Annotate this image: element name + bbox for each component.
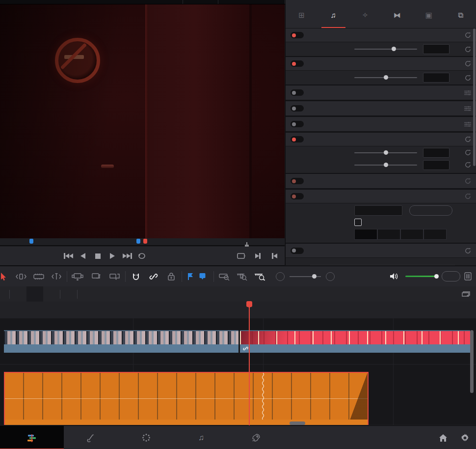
- timeline-playhead[interactable]: [249, 302, 250, 425]
- reset-icon[interactable]: [464, 193, 472, 200]
- stop-button[interactable]: [91, 250, 104, 262]
- video-clip[interactable]: [4, 330, 238, 353]
- marker-icon[interactable]: [197, 270, 208, 283]
- timeline-tab[interactable]: [10, 286, 26, 302]
- reset-icon[interactable]: [464, 74, 472, 82]
- tab-video[interactable]: ⊞: [286, 4, 317, 28]
- speaker-icon[interactable]: [387, 270, 401, 283]
- overwrite-clip-icon[interactable]: [89, 270, 104, 283]
- loop-range-icon[interactable]: [235, 250, 247, 262]
- pan-toggle[interactable]: [291, 60, 304, 67]
- equalizer-toggle[interactable]: [291, 248, 304, 254]
- tab-transition[interactable]: ⧓: [381, 4, 413, 28]
- link-clips-icon[interactable]: [146, 270, 161, 283]
- pitch-toggle[interactable]: [291, 136, 304, 142]
- reset-icon[interactable]: [464, 60, 472, 67]
- reset-icon[interactable]: [464, 31, 472, 39]
- version-1-button[interactable]: [354, 229, 377, 240]
- dim-button[interactable]: [442, 271, 460, 281]
- razor-edit-icon[interactable]: [31, 270, 46, 283]
- timeline-tab-active[interactable]: [26, 286, 43, 302]
- reset-icon[interactable]: [464, 161, 472, 168]
- tab-effects[interactable]: ✧: [349, 4, 381, 28]
- ai-dialogue-leveler-toggle[interactable]: [291, 105, 304, 112]
- semi-tones-value-field[interactable]: [423, 148, 450, 158]
- page-edit[interactable]: [0, 426, 64, 449]
- volume-value-field[interactable]: [423, 44, 450, 54]
- zoom-detail-icon[interactable]: [235, 270, 249, 283]
- mixer-icon[interactable]: [460, 270, 475, 283]
- timeline-tab[interactable]: [0, 286, 9, 302]
- jog-right-icon[interactable]: [28, 250, 41, 262]
- page-color[interactable]: [119, 426, 174, 449]
- prev-edit-icon[interactable]: [268, 250, 281, 262]
- tab-file[interactable]: ⧉: [445, 4, 476, 28]
- semi-tones-slider[interactable]: [354, 152, 417, 153]
- volume-toggle[interactable]: [291, 32, 304, 38]
- position-lock-icon[interactable]: [164, 270, 179, 283]
- controls-icon[interactable]: [464, 106, 472, 112]
- reset-icon[interactable]: [464, 46, 472, 53]
- timeline-tab[interactable]: [60, 286, 77, 302]
- reset-icon[interactable]: [464, 177, 472, 185]
- settings-gear-icon[interactable]: [453, 426, 476, 449]
- reset-icon[interactable]: [464, 149, 472, 156]
- next-edit-icon[interactable]: [251, 250, 264, 262]
- snapping-magnet-icon[interactable]: [129, 270, 143, 283]
- viewer-scrub-bar[interactable]: [0, 238, 285, 247]
- zoom-full-extent-icon[interactable]: [217, 270, 232, 283]
- cents-slider[interactable]: [354, 165, 417, 166]
- timeline-horizontal-scrollbar[interactable]: [290, 421, 305, 425]
- audio-fade-out[interactable]: [348, 373, 368, 425]
- selection-pointer-icon[interactable]: [0, 270, 7, 283]
- video-clip[interactable]: [240, 330, 470, 353]
- first-frame-button[interactable]: [62, 250, 75, 262]
- pan-slider[interactable]: [354, 77, 417, 78]
- live-trim-checkbox[interactable]: [354, 219, 362, 226]
- play-reverse-button[interactable]: [77, 250, 89, 262]
- version-4-button[interactable]: [423, 229, 447, 240]
- loop-playback-button[interactable]: [135, 250, 148, 262]
- jog-left-icon[interactable]: [1, 250, 14, 262]
- cents-value-field[interactable]: [423, 160, 450, 170]
- controls-icon[interactable]: [464, 121, 472, 127]
- add-timeline-tab-button[interactable]: [78, 286, 87, 302]
- replace-clip-icon[interactable]: [107, 270, 122, 283]
- volume-slider[interactable]: [354, 49, 417, 50]
- version-2-button[interactable]: [377, 229, 400, 240]
- home-icon[interactable]: [433, 426, 453, 449]
- slip-edit-icon[interactable]: [49, 270, 64, 283]
- tab-audio[interactable]: ♫: [317, 4, 349, 28]
- inspector-scrollbar[interactable]: [473, 28, 476, 166]
- ai-music-editor-toggle[interactable]: [291, 193, 304, 199]
- timeline-vertical-scrollbar[interactable]: [470, 330, 474, 393]
- tab-image[interactable]: ▣: [413, 4, 445, 28]
- zoom-in-button[interactable]: [326, 272, 335, 281]
- adjust-button[interactable]: [409, 205, 452, 216]
- trim-edit-mode-icon[interactable]: [14, 270, 28, 283]
- ai-voice-isolation-toggle[interactable]: [291, 89, 304, 96]
- reset-icon[interactable]: [464, 247, 472, 254]
- timeline-zoom-slider[interactable]: [290, 276, 321, 277]
- controls-icon[interactable]: [464, 90, 472, 96]
- scrub-marker-blue[interactable]: [136, 239, 140, 244]
- page-fusion[interactable]: [64, 426, 119, 449]
- target-length-field[interactable]: [354, 205, 402, 216]
- jog-dot-icon[interactable]: [15, 250, 27, 262]
- page-deliver[interactable]: [229, 426, 284, 449]
- zoom-custom-icon[interactable]: [252, 270, 267, 283]
- reset-icon[interactable]: [464, 136, 472, 143]
- timeline-tab[interactable]: [43, 286, 60, 302]
- last-frame-button[interactable]: [121, 250, 133, 262]
- speed-change-toggle[interactable]: [291, 178, 304, 184]
- insert-clip-icon[interactable]: [70, 270, 85, 283]
- ai-music-remixer-toggle[interactable]: [291, 121, 304, 127]
- version-3-button[interactable]: [400, 229, 423, 240]
- page-fairlight[interactable]: ♫: [174, 426, 229, 449]
- flag-icon[interactable]: [185, 270, 196, 283]
- play-button[interactable]: [106, 250, 119, 262]
- new-timeline-icon[interactable]: [458, 287, 473, 301]
- audio-clip[interactable]: [4, 372, 369, 425]
- playhead-pin[interactable]: [246, 301, 252, 307]
- scrub-marker-red[interactable]: [143, 239, 147, 244]
